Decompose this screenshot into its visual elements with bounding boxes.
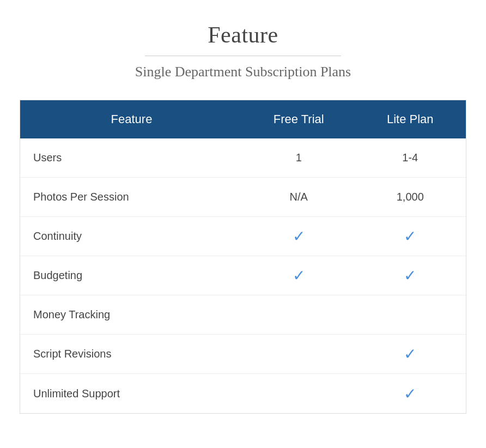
lite-plan-cell: 1,000	[355, 181, 466, 213]
feature-cell: Photos Per Session	[20, 181, 243, 213]
feature-cell: Money Tracking	[20, 299, 243, 331]
page-subtitle: Single Department Subscription Plans	[135, 64, 351, 80]
lite-plan-cell: ✓	[355, 335, 466, 373]
table-row: Script Revisions✓	[20, 335, 466, 374]
table-row: Users11-4	[20, 138, 466, 178]
free-trial-cell: ✓	[243, 217, 355, 255]
table-row: Continuity✓✓	[20, 217, 466, 256]
lite-plan-cell: 1-4	[355, 142, 466, 174]
column-header-lite-plan: Lite Plan	[355, 100, 466, 138]
lite-plan-cell: ✓	[355, 375, 466, 413]
title-divider	[145, 56, 341, 56]
lite-plan-cell: ✓	[355, 217, 466, 255]
table-row: Unlimited Support✓	[20, 374, 466, 413]
free-trial-cell	[243, 384, 355, 403]
table-header: Feature Free Trial Lite Plan	[20, 100, 466, 138]
checkmark-icon: ✓	[368, 345, 453, 363]
column-header-feature: Feature	[20, 100, 243, 138]
table-row: Money Tracking	[20, 295, 466, 335]
comparison-table: Feature Free Trial Lite Plan Users11-4Ph…	[20, 100, 466, 414]
checkmark-icon: ✓	[256, 227, 342, 245]
table-body: Users11-4Photos Per SessionN/A1,000Conti…	[20, 138, 466, 413]
lite-plan-cell	[355, 305, 466, 325]
feature-cell: Budgeting	[20, 259, 243, 292]
free-trial-cell: 1	[243, 142, 355, 174]
checkmark-icon: ✓	[368, 385, 453, 403]
table-row: Budgeting✓✓	[20, 256, 466, 295]
free-trial-cell: ✓	[243, 257, 355, 294]
checkmark-icon: ✓	[256, 267, 342, 284]
feature-cell: Unlimited Support	[20, 378, 243, 410]
page-title: Feature	[208, 22, 278, 48]
free-trial-cell	[243, 344, 355, 364]
free-trial-cell: N/A	[243, 181, 355, 213]
column-header-free-trial: Free Trial	[243, 100, 355, 138]
lite-plan-cell: ✓	[355, 257, 466, 294]
checkmark-icon: ✓	[368, 267, 453, 284]
feature-cell: Users	[20, 142, 243, 174]
table-row: Photos Per SessionN/A1,000	[20, 178, 466, 217]
feature-cell: Script Revisions	[20, 338, 243, 370]
free-trial-cell	[243, 305, 355, 325]
feature-cell: Continuity	[20, 220, 243, 252]
checkmark-icon: ✓	[368, 227, 453, 245]
